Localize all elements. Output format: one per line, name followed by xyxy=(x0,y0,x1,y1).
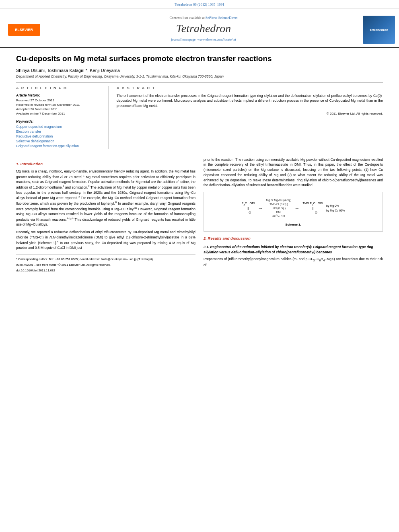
authors: Shinya Utsumi, Toshimasa Katagiri *, Ken… xyxy=(16,68,383,73)
subsection-title: 2.1. Regiocontrol of the reductions init… xyxy=(204,244,383,255)
yield-values: by Mg 0% by Mg-Cu 62% xyxy=(326,203,345,212)
scheme-label: Scheme 1. xyxy=(208,222,378,227)
footnotes: * Corresponding author. Tel.: +81 86 251… xyxy=(16,255,195,273)
results-section-title: 2. Results and discussion xyxy=(204,236,383,241)
keywords-label: Keywords: xyxy=(16,119,102,123)
article-content: Cu-deposits on Mg metal surfaces promote… xyxy=(0,48,399,280)
citation-text: Tetrahedron 68 (2012) 1085–1091 xyxy=(175,2,224,6)
intro-paragraph-2: Recently, we reported a reductive defluo… xyxy=(16,230,195,251)
journal-title-area: Contents lists available at SciVerse Sci… xyxy=(48,12,359,47)
results-paragraph-1: Preparations of (trifluoromethyl)phenylm… xyxy=(204,257,383,268)
sciverse-info: Contents lists available at SciVerse Sci… xyxy=(56,16,351,20)
available-date: Available online 7 December 2011 xyxy=(16,112,102,115)
keyword-5[interactable]: Grignard reagent formation-type silylati… xyxy=(16,144,102,148)
article-title: Cu-deposits on Mg metal surfaces promote… xyxy=(16,54,383,64)
journal-homepage: journal homepage: www.elsevier.com/locat… xyxy=(56,37,351,41)
footnote-issn: 0040-4020/$ – see front matter © 2011 El… xyxy=(16,263,195,267)
journal-logo-area: Tetrahedron xyxy=(359,12,399,47)
reaction-arrow: → xyxy=(258,205,263,212)
intro-section-title: 1. Introduction xyxy=(16,161,195,167)
received-date: Received 27 October 2011 xyxy=(16,99,102,102)
footnote-doi: doi:10.1016/j.tet.2011.11.082 xyxy=(16,268,195,273)
intro-paragraph-1: Mg metal is a cheap, nontoxic, easy-to-h… xyxy=(16,169,195,227)
copyright-notice: © 2011 Elsevier Ltd. All rights reserved… xyxy=(117,112,383,115)
abstract-panel: A B S T R A C T The enhancement of the e… xyxy=(117,86,383,149)
product: TMS F2C OEt ‖ O xyxy=(302,201,323,215)
keywords-section: Keywords: Copper-deposited magnesium Ele… xyxy=(16,119,102,148)
reaction-equation: F3C OEt ‖ O → Mg or Mg-Cu (4 eq.) TMS-Cl… xyxy=(208,196,378,220)
accepted-date: Accepted 26 November 2011 xyxy=(16,107,102,111)
abstract-text: The enhancement of the electron transfer… xyxy=(117,93,383,109)
article-info-label: A R T I C L E I N F O xyxy=(16,86,102,90)
main-body: 1. Introduction Mg metal is a cheap, non… xyxy=(16,155,383,274)
footnote-corresponding: * Corresponding author. Tel.: +81 86 251… xyxy=(16,257,195,261)
right-intro-continuation: prior to the reaction. The reaction usin… xyxy=(204,157,383,188)
reaction-conditions: Mg or Mg-Cu (4 eq.) TMS-Cl (8 eq.) LiCl … xyxy=(266,198,291,218)
abstract-label: A B S T R A C T xyxy=(117,86,383,90)
history-label: Article history: xyxy=(16,93,102,97)
right-column: prior to the reaction. The reaction usin… xyxy=(204,157,383,274)
reactant: F3C OEt ‖ O xyxy=(242,201,255,215)
keyword-3[interactable]: Reductive defluorination xyxy=(16,134,102,138)
left-column: 1. Introduction Mg metal is a cheap, non… xyxy=(16,157,195,274)
keyword-1[interactable]: Copper-deposited magnesium xyxy=(16,125,102,129)
scheme-1: F3C OEt ‖ O → Mg or Mg-Cu (4 eq.) TMS-Cl… xyxy=(204,192,383,232)
keyword-2[interactable]: Electron transfer xyxy=(16,129,102,134)
article-info-panel: A R T I C L E I N F O Article history: R… xyxy=(16,86,109,149)
publisher-logo-area: ELSEVIER xyxy=(0,12,48,47)
keyword-4[interactable]: Selective dehalogenation xyxy=(16,139,102,143)
journal-name: Tetrahedron xyxy=(56,22,351,35)
revised-date: Received in revised form 25 November 201… xyxy=(16,103,102,107)
elsevier-logo: ELSEVIER xyxy=(8,24,40,36)
info-abstract-section: A R T I C L E I N F O Article history: R… xyxy=(16,86,383,149)
journal-citation: Tetrahedron 68 (2012) 1085–1091 xyxy=(0,0,399,8)
affiliation: Department of Applied Chemistry, Faculty… xyxy=(16,74,383,78)
sciverse-link[interactable]: SciVerse ScienceDirect xyxy=(206,16,238,20)
journal-header: ELSEVIER Contents lists available at Sci… xyxy=(0,8,399,48)
reaction-arrow-2: → xyxy=(294,205,299,212)
divider xyxy=(16,82,383,83)
tetrahedron-logo: Tetrahedron xyxy=(363,16,395,44)
